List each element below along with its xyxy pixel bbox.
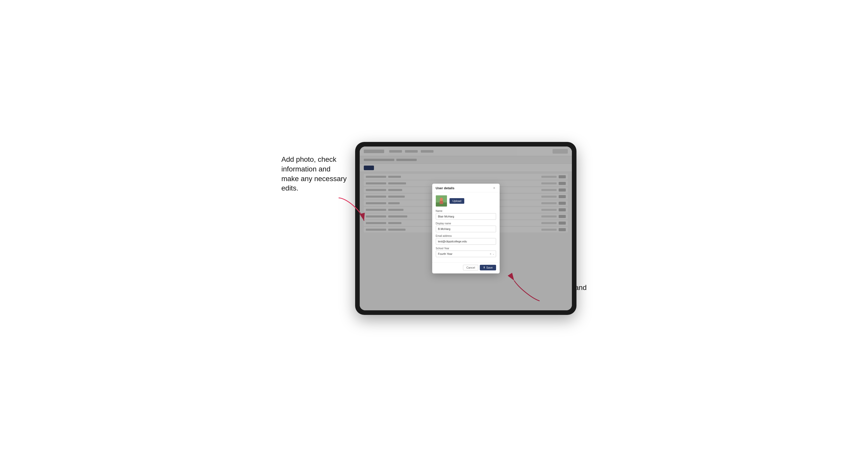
display-name-field-group: Display name	[436, 222, 496, 232]
name-field-group: Name	[436, 210, 496, 220]
display-name-input[interactable]	[436, 226, 496, 232]
scene: Add photo, check information and make an…	[281, 134, 587, 333]
school-year-field-group: School Year × ⌄	[436, 247, 496, 257]
email-input[interactable]	[436, 238, 496, 245]
select-chevron-icon[interactable]: ⌄	[493, 253, 495, 255]
select-clear-icon[interactable]: ×	[490, 252, 491, 255]
cancel-button[interactable]: Cancel	[463, 265, 478, 270]
save-button[interactable]: ⬆ Save	[480, 265, 496, 270]
modal-footer: Cancel ⬆ Save	[432, 262, 500, 274]
modal-body: Upload Name Display name Email address	[432, 192, 500, 262]
modal-overlay: User details ×	[360, 147, 572, 310]
email-field-group: Email address	[436, 235, 496, 245]
tablet-screen: User details ×	[360, 147, 572, 310]
svg-rect-3	[440, 201, 443, 204]
svg-point-2	[440, 198, 443, 201]
save-label: Save	[486, 266, 493, 269]
tablet-frame: User details ×	[355, 142, 577, 315]
name-input[interactable]	[436, 213, 496, 220]
photo-row: Upload	[436, 195, 496, 207]
save-icon: ⬆	[483, 266, 485, 269]
modal-header: User details ×	[432, 184, 500, 192]
school-year-label: School Year	[436, 247, 496, 250]
name-label: Name	[436, 210, 496, 212]
user-details-modal: User details ×	[432, 184, 500, 274]
modal-title: User details	[436, 186, 455, 190]
modal-close-button[interactable]: ×	[493, 186, 496, 190]
annotation-left: Add photo, check information and make an…	[281, 155, 347, 193]
photo-svg	[436, 195, 447, 207]
school-year-select-wrapper: × ⌄	[436, 251, 496, 257]
school-year-input[interactable]	[436, 251, 496, 257]
upload-photo-button[interactable]: Upload	[450, 198, 465, 204]
display-name-label: Display name	[436, 222, 496, 225]
user-photo-thumbnail	[436, 195, 447, 207]
annotation-left-text: Add photo, check information and make an…	[281, 155, 347, 192]
email-label: Email address	[436, 235, 496, 237]
